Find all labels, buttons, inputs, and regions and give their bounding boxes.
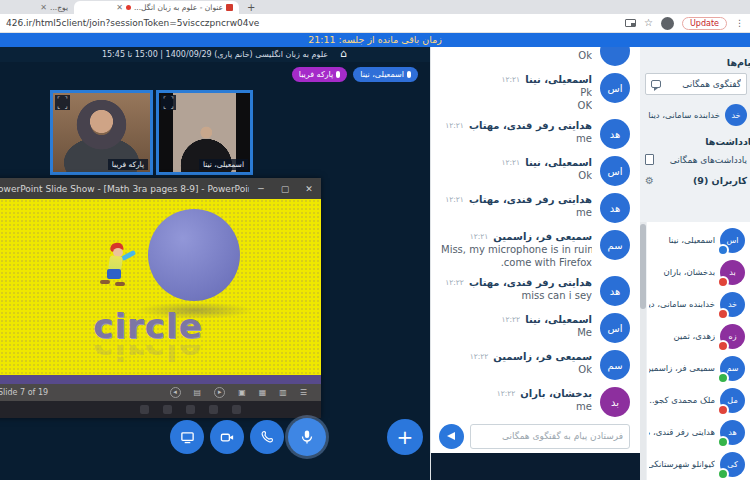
close-button[interactable]: ✕ — [297, 184, 321, 194]
recording-dot-icon — [126, 5, 131, 10]
chat-sender-name: اسمعیلی، نینا — [525, 74, 592, 85]
send-message-button[interactable] — [439, 424, 464, 449]
chat-timestamp: ١٢:٢١ — [470, 232, 489, 241]
participant-row[interactable]: اس اسمعیلی، نینا — [647, 224, 747, 256]
chat-avatar: سم — [600, 350, 630, 380]
participant-row[interactable]: خد خدابنده سامانی، دینا — [647, 288, 747, 320]
new-tab-button[interactable]: + — [247, 2, 255, 14]
fullscreen-icon[interactable]: ⌜⌝⌞⌟ — [55, 95, 70, 110]
webcam-video[interactable]: ⌜⌝⌞⌟ اسمعیلی، نینا — [156, 90, 253, 175]
chat-message-text: PkOK — [441, 86, 592, 112]
chat-timestamp: ١٢:٢٢ — [445, 278, 464, 287]
tab-close-icon[interactable]: ✕ — [40, 3, 47, 12]
active-speakers: اسمعیلی، نینا پارکه فریبا — [292, 67, 418, 82]
participant-initials: بد — [729, 268, 735, 277]
previous-slide-icon[interactable]: ◂ — [170, 387, 181, 398]
share-screen-button[interactable] — [170, 420, 204, 454]
chat-timestamp: ١٢:٢٢ — [502, 315, 521, 324]
chat-message-text: Me — [441, 326, 592, 339]
webcam-name-label: اسمعیلی، نینا — [199, 159, 248, 170]
participant-name: سمیعی فر، زاسمین — [649, 363, 715, 373]
participant-row[interactable]: مل ملک محمدی کجو... — [647, 384, 747, 416]
participant-row[interactable]: زه زهدی، ثمین — [647, 320, 747, 352]
chat-message-input[interactable] — [470, 424, 630, 449]
scrollbar-thumb[interactable] — [640, 224, 646, 309]
update-button[interactable]: Update — [682, 17, 727, 30]
gear-icon[interactable]: ⚙ — [645, 176, 654, 186]
chat-message-list: Ok اس اسمعیلی، نینا ١٢:٢١ PkOK هد هدایتی… — [431, 47, 640, 422]
next-slide-icon[interactable]: ▸ — [214, 387, 225, 398]
chat-avatar: اس — [600, 313, 630, 343]
browser-menu-icon[interactable]: ⋮ — [735, 19, 744, 28]
phone-button[interactable] — [250, 420, 284, 454]
tab-title: یوج... — [50, 3, 68, 12]
participant-avatar: خد — [720, 292, 745, 317]
microphone-button[interactable] — [288, 418, 326, 456]
chat-message-text: Ok — [441, 49, 592, 62]
users-section-header-row: ⚙ کاربران (9) — [645, 175, 747, 186]
webcam-name-label: پارکه فریبا — [108, 159, 148, 170]
window-title: PowerPoint Slide Show - [Math 3ra pages … — [0, 184, 249, 194]
sidebar-item-public-notes[interactable]: یادداشت‌های همگانی — [645, 154, 747, 165]
sidebar-item-public-chat[interactable]: گفتگوی همگانی — [645, 73, 747, 95]
minimize-button[interactable]: ─ — [249, 184, 273, 194]
speaker-pill[interactable]: پارکه فریبا — [292, 67, 347, 82]
participant-row[interactable]: سم سمیعی فر، زاسمین — [647, 352, 747, 384]
participant-row[interactable]: بد بدخشان، باران — [647, 256, 747, 288]
webcam-video[interactable]: ⌜⌝⌞⌟ پارکه فریبا — [50, 90, 153, 175]
view-reading-icon[interactable]: ▥ — [279, 389, 287, 397]
chat-bottom-strip — [431, 453, 640, 480]
actions-plus-button[interactable]: + — [387, 419, 423, 455]
maximize-button[interactable]: ▢ — [273, 184, 297, 194]
participant-initials: مل — [727, 396, 737, 405]
participant-status-badge — [717, 340, 729, 352]
participant-status-badge — [717, 468, 729, 480]
slideshow-icon[interactable]: ☰ — [300, 389, 307, 397]
participant-avatar: بد — [720, 260, 745, 285]
participant-row[interactable]: هد هدایتی رفر قندی، م... — [647, 416, 747, 448]
participant-initials: هد — [728, 428, 736, 437]
tab-background[interactable]: یوج... ✕ — [2, 1, 74, 14]
chat-message: بد بدخشان، باران ١٢:٢٢ me — [441, 387, 630, 417]
powerpoint-titlebar[interactable]: PowerPoint Slide Show - [Math 3ra pages … — [0, 178, 321, 199]
notes-page-icon — [645, 154, 654, 165]
participant-name: اسمعیلی، نینا — [649, 235, 715, 245]
participant-avatar: مل — [720, 388, 745, 413]
chat-message-text: miss can i sey — [441, 289, 592, 302]
speaker-pill[interactable]: اسمعیلی، نینا — [353, 67, 418, 82]
chat-message-text: me — [441, 400, 592, 413]
public-chat-label: گفتگوی همگانی — [665, 79, 741, 89]
camera-button[interactable] — [210, 420, 244, 454]
chat-message: سم سمیعی فر، زاسمین ١٢:٢٢ Ok — [441, 350, 630, 380]
participant-row[interactable]: کی کیوانلو شهرستانکی... — [647, 448, 747, 480]
tab-close-icon[interactable]: ✕ — [116, 3, 123, 12]
url-field[interactable]: 426.ir/html5client/join?sessionToken=5vi… — [6, 18, 625, 28]
bookmark-star-icon[interactable]: ☆ — [644, 18, 653, 28]
sidebar-item-private-chat[interactable]: خد خدابنده سامانی، دینا — [643, 104, 747, 126]
tab-title: عنوان - علوم به زبان انگل... — [134, 3, 223, 12]
participants-scrollbar[interactable] — [640, 222, 646, 480]
speaker-name: پارکه فریبا — [299, 70, 333, 79]
chat-message-text: me — [441, 206, 592, 219]
notes-icon[interactable]: ▤ — [194, 389, 202, 397]
slide-footer-strip — [0, 375, 321, 384]
home-icon[interactable]: ⌂ — [340, 47, 347, 61]
participant-status-badge — [717, 276, 729, 288]
tab-active[interactable]: عنوان - علوم به زبان انگل... ✕ — [74, 1, 239, 14]
view-normal-icon[interactable]: ▣ — [238, 389, 246, 397]
chat-message: اس اسمعیلی، نینا ١٢:٢١ PkOK — [441, 73, 630, 112]
participant-status-badge — [717, 372, 729, 384]
chat-sender-name: اسمعیلی، نینا — [525, 314, 592, 325]
chat-timestamp: ١٢:٢٢ — [497, 389, 516, 398]
view-grid-icon[interactable]: ▦ — [259, 389, 267, 397]
slide-word: circle — [0, 309, 308, 343]
session-countdown-bar: زمان باقی مانده از جلسه: 21:11 — [0, 33, 750, 47]
profile-avatar[interactable] — [661, 17, 674, 30]
chat-avatar: بد — [600, 387, 630, 417]
chat-message-text: me — [441, 132, 592, 145]
chat-sender-name: هدایتی رفر قندی، مهتاب — [469, 194, 592, 205]
fullscreen-icon[interactable]: ⌜⌝⌞⌟ — [161, 95, 176, 110]
main-area: علوم به زبان انگلیسی (خانم پاری) 1400/09… — [0, 47, 750, 480]
session-title: علوم به زبان انگلیسی (خانم پاری) 1400/09… — [102, 50, 328, 59]
picture-in-picture-icon[interactable] — [625, 19, 636, 27]
